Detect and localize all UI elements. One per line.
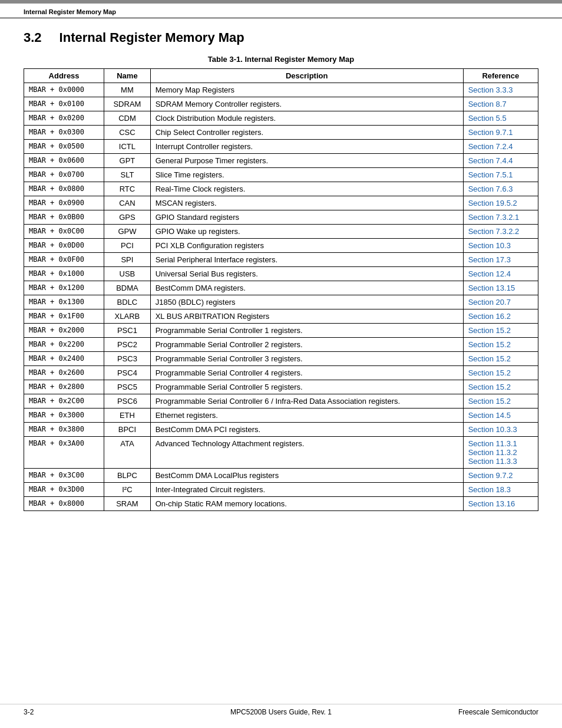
cell-reference: Section 13.16 <box>463 497 538 511</box>
cell-name: SLT <box>104 168 151 182</box>
reference-link[interactable]: Section 11.3.1 <box>468 439 517 448</box>
cell-name: ICTL <box>104 140 151 154</box>
reference-link[interactable]: Section 15.2 <box>468 326 511 335</box>
cell-description: BestComm DMA PCI registers. <box>150 423 463 437</box>
header-text: Internal Register Memory Map <box>24 8 116 15</box>
cell-description: GPIO Standard registers <box>150 210 463 225</box>
table-row: MBAR + 0x3C00BLPCBestComm DMA LocalPlus … <box>24 469 538 483</box>
cell-reference: Section 7.3.2.1 <box>463 210 538 225</box>
cell-name: BLPC <box>104 469 151 483</box>
cell-address: MBAR + 0x0F00 <box>24 253 104 267</box>
cell-description: J1850 (BDLC) registers <box>150 295 463 309</box>
cell-address: MBAR + 0x0100 <box>24 97 104 111</box>
reference-link[interactable]: Section 7.6.3 <box>468 185 513 193</box>
col-header-reference: Reference <box>463 69 538 83</box>
cell-description: GPIO Wake up registers. <box>150 225 463 239</box>
cell-reference: Section 7.3.2.2 <box>463 225 538 239</box>
cell-reference: Section 10.3.3 <box>463 423 538 437</box>
cell-address: MBAR + 0x2C00 <box>24 394 104 409</box>
table-row: MBAR + 0x3D00I²CInter-Integrated Circuit… <box>24 483 538 497</box>
cell-description: Programmable Serial Controller 6 / Infra… <box>150 394 463 409</box>
cell-reference: Section 12.4 <box>463 267 538 281</box>
col-header-description: Description <box>150 69 463 83</box>
cell-name: PSC4 <box>104 366 151 380</box>
cell-description: Programmable Serial Controller 4 registe… <box>150 366 463 380</box>
reference-link[interactable]: Section 16.2 <box>468 312 511 321</box>
reference-link[interactable]: Section 9.7.2 <box>468 471 513 480</box>
reference-link[interactable]: Section 10.3.3 <box>468 425 517 434</box>
cell-name: PCI <box>104 239 151 253</box>
cell-name: BPCI <box>104 423 151 437</box>
cell-name: BDLC <box>104 295 151 309</box>
cell-description: Memory Map Registers <box>150 83 463 97</box>
table-row: MBAR + 0x2200PSC2Programmable Serial Con… <box>24 338 538 352</box>
cell-name: PSC5 <box>104 380 151 394</box>
reference-link[interactable]: Section 20.7 <box>468 298 511 307</box>
reference-link[interactable]: Section 7.5.1 <box>468 170 513 179</box>
cell-address: MBAR + 0x2000 <box>24 324 104 338</box>
cell-name: I²C <box>104 483 151 497</box>
cell-address: MBAR + 0x0600 <box>24 154 104 168</box>
cell-reference: Section 15.2 <box>463 324 538 338</box>
cell-name: MM <box>104 83 151 97</box>
reference-link[interactable]: Section 15.2 <box>468 383 511 391</box>
cell-description: Inter-Integrated Circuit registers. <box>150 483 463 497</box>
cell-description: General Purpose Timer registers. <box>150 154 463 168</box>
reference-link[interactable]: Section 13.16 <box>468 499 515 508</box>
reference-link[interactable]: Section 8.7 <box>468 100 507 108</box>
reference-link[interactable]: Section 5.5 <box>468 114 507 123</box>
reference-link[interactable]: Section 15.2 <box>468 354 511 363</box>
col-header-address: Address <box>24 69 104 83</box>
reference-link[interactable]: Section 10.3 <box>468 241 511 250</box>
cell-reference: Section 5.5 <box>463 111 538 126</box>
cell-reference: Section 9.7.1 <box>463 126 538 140</box>
section-title-text: Internal Register Memory Map <box>59 30 244 45</box>
reference-link[interactable]: Section 15.2 <box>468 397 511 406</box>
table-row: MBAR + 0x0900CANMSCAN registers.Section … <box>24 196 538 210</box>
reference-link[interactable]: Section 7.2.4 <box>468 142 513 151</box>
cell-reference: Section 7.2.4 <box>463 140 538 154</box>
cell-address: MBAR + 0x0000 <box>24 83 104 97</box>
cell-address: MBAR + 0x0200 <box>24 111 104 126</box>
reference-link[interactable]: Section 13.15 <box>468 284 515 292</box>
reference-link[interactable]: Section 18.3 <box>468 485 511 494</box>
reference-link[interactable]: Section 15.2 <box>468 340 511 349</box>
cell-name: BDMA <box>104 281 151 295</box>
cell-address: MBAR + 0x0C00 <box>24 225 104 239</box>
reference-link[interactable]: Section 14.5 <box>468 411 511 420</box>
reference-link[interactable]: Section 12.4 <box>468 269 511 278</box>
cell-reference: Section 7.5.1 <box>463 168 538 182</box>
cell-address: MBAR + 0x1000 <box>24 267 104 281</box>
reference-link[interactable]: Section 11.3.3 <box>468 457 517 466</box>
cell-description: On-chip Static RAM memory locations. <box>150 497 463 511</box>
reference-link[interactable]: Section 7.4.4 <box>468 156 513 165</box>
cell-reference: Section 7.4.4 <box>463 154 538 168</box>
cell-name: RTC <box>104 182 151 196</box>
reference-link[interactable]: Section 19.5.2 <box>468 199 517 207</box>
reference-link[interactable]: Section 3.3.3 <box>468 85 513 94</box>
cell-name: PSC6 <box>104 394 151 409</box>
cell-description: Slice Time registers. <box>150 168 463 182</box>
cell-name: PSC1 <box>104 324 151 338</box>
cell-name: ATA <box>104 437 151 469</box>
reference-link[interactable]: Section 11.3.2 <box>468 448 517 457</box>
cell-description: Advanced Technology Attachment registers… <box>150 437 463 469</box>
cell-description: PCI XLB Configuration registers <box>150 239 463 253</box>
cell-address: MBAR + 0x3800 <box>24 423 104 437</box>
cell-name: GPS <box>104 210 151 225</box>
reference-link[interactable]: Section 17.3 <box>468 255 511 264</box>
reference-link[interactable]: Section 7.3.2.1 <box>468 213 520 222</box>
header-bar: Internal Register Memory Map <box>0 4 562 18</box>
cell-description: Real-Time Clock registers. <box>150 182 463 196</box>
cell-address: MBAR + 0x2400 <box>24 352 104 366</box>
reference-link[interactable]: Section 9.7.1 <box>468 128 513 137</box>
cell-description: Programmable Serial Controller 2 registe… <box>150 338 463 352</box>
reference-link[interactable]: Section 7.3.2.2 <box>468 227 520 236</box>
reference-link[interactable]: Section 15.2 <box>468 368 511 377</box>
register-memory-map-table: Address Name Description Reference MBAR … <box>24 68 538 511</box>
table-row: MBAR + 0x2400PSC3Programmable Serial Con… <box>24 352 538 366</box>
table-title: Table 3-1. Internal Register Memory Map <box>24 55 538 64</box>
table-row: MBAR + 0x1F00XLARBXL BUS ARBITRATION Reg… <box>24 309 538 324</box>
table-row: MBAR + 0x3000ETHEthernet registers.Secti… <box>24 409 538 423</box>
table-row: MBAR + 0x0D00PCIPCI XLB Configuration re… <box>24 239 538 253</box>
